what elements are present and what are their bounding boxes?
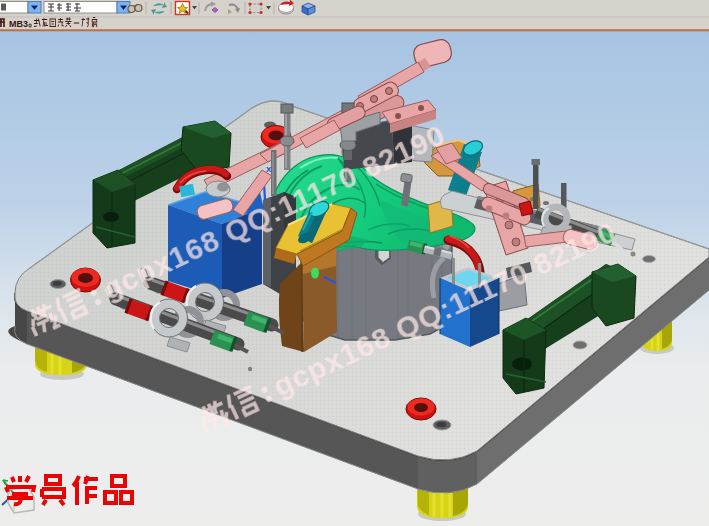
svg-text:X: X <box>266 165 272 174</box>
svg-text:MB3: MB3 <box>9 19 28 29</box>
